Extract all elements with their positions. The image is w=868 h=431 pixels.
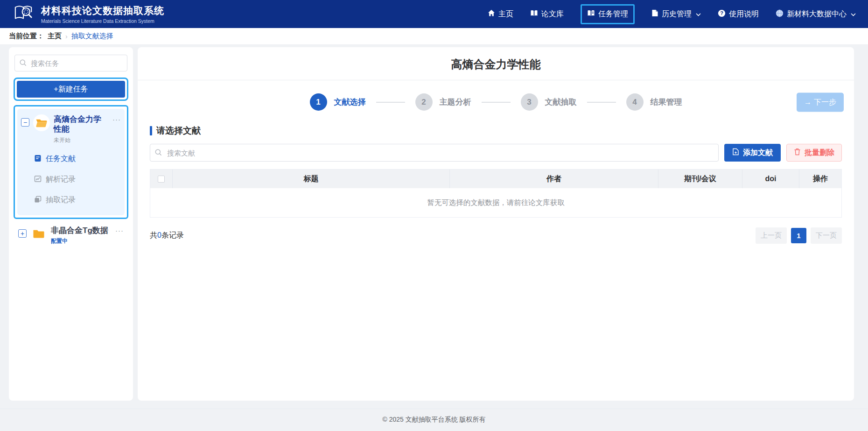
column-header-doi: doi	[742, 170, 799, 188]
main-nav: 主页 论文库 任务管理 历史管理 ? 使用说明 新材料大数据中心	[488, 4, 856, 24]
copyright-text: © 2025 文献抽取平台系统 版权所有	[382, 416, 485, 424]
task-status-badge: 配置中	[51, 237, 112, 245]
breadcrumb-separator: ›	[65, 33, 68, 40]
sidebar-item-parse-records[interactable]: 解析记录	[34, 170, 121, 190]
sidebar-item-extract-records[interactable]: 抽取记录	[34, 190, 121, 211]
column-header-actions: 操作	[799, 170, 841, 188]
nav-item-user-guide[interactable]: ? 使用说明	[718, 9, 759, 19]
chevron-down-icon	[851, 10, 856, 18]
column-header-journal: 期刊/会议	[658, 170, 742, 188]
list-footer: 共0条记录 上一页 1 下一页	[150, 227, 842, 244]
section-title: 请选择文献	[150, 125, 842, 137]
column-header-title: 标题	[173, 170, 450, 188]
page-title: 高熵合金力学性能	[138, 47, 854, 80]
content-area: +新建任务 − 高熵合金力学性能 未开始 ···	[0, 45, 868, 401]
highlight-box-new-task: +新建任务	[14, 78, 128, 101]
folder-open-icon	[33, 114, 50, 131]
trash-icon	[794, 148, 801, 157]
add-document-button[interactable]: 添加文献	[724, 144, 781, 162]
step-result-management: 4 结果管理	[626, 93, 682, 111]
chevron-down-icon	[696, 10, 701, 18]
help-question-icon: ?	[718, 9, 726, 19]
step-indicator: 1 文献选择 2 主题分析 3 文献抽取 4 结果管理 → 下一步	[138, 80, 854, 124]
task-name[interactable]: 高熵合金力学性能	[54, 114, 109, 134]
next-step-button[interactable]: → 下一步	[797, 92, 844, 112]
batch-delete-button[interactable]: 批量删除	[786, 144, 842, 162]
table-header-checkbox-cell	[150, 170, 173, 188]
main-panel: 高熵合金力学性能 1 文献选择 2 主题分析 3 文献抽取 4 结果管理 →	[138, 47, 854, 401]
task-item-expanded: − 高熵合金力学性能 未开始 ··· 任务文献	[17, 109, 125, 215]
sidebar-item-task-documents[interactable]: 任务文献	[34, 149, 121, 170]
nav-item-new-materials-data-center[interactable]: 新材料大数据中心	[776, 9, 856, 19]
records-count: 共0条记录	[150, 231, 184, 240]
layers-copy-icon	[34, 196, 42, 205]
nav-item-home[interactable]: 主页	[488, 9, 513, 19]
search-icon	[20, 59, 27, 68]
task-sub-menu: 任务文献 解析记录 抽取记录	[34, 149, 121, 211]
nav-item-history-management[interactable]: 历史管理	[651, 9, 701, 19]
documents-table: 标题 作者 期刊/会议 doi 操作 暂无可选择的文献数据，请前往论文库获取	[150, 169, 842, 218]
step-connector	[482, 102, 511, 103]
task-name[interactable]: 非晶合金Tg数据	[51, 226, 112, 235]
document-plus-icon	[732, 148, 739, 157]
library-book-icon	[530, 9, 538, 19]
pagination: 上一页 1 下一页	[756, 227, 842, 244]
expand-plus-icon[interactable]: +	[18, 229, 27, 238]
select-all-checkbox[interactable]	[158, 176, 165, 183]
step-literature-extraction: 3 文献抽取	[521, 93, 577, 111]
collapse-minus-icon[interactable]: −	[21, 118, 29, 127]
arrow-right-icon: →	[804, 98, 812, 106]
task-status-badge: 未开始	[54, 136, 109, 144]
history-file-icon	[651, 9, 658, 19]
chart-record-icon	[34, 175, 42, 184]
search-icon	[155, 149, 162, 158]
breadcrumb-home-link[interactable]: 主页	[48, 32, 62, 41]
globe-icon	[776, 9, 784, 19]
app-title: 材料科技论文数据抽取系统	[41, 4, 164, 17]
table-empty-state: 暂无可选择的文献数据，请前往论文库获取	[150, 188, 841, 217]
step-connector	[376, 102, 405, 103]
section-title-bar	[150, 126, 152, 135]
prev-page-button[interactable]: 上一页	[756, 227, 787, 244]
task-search-input[interactable]	[14, 55, 127, 71]
document-toolbar: 添加文献 批量删除	[150, 144, 842, 162]
task-sidebar: +新建任务 − 高熵合金力学性能 未开始 ···	[9, 47, 133, 401]
step-connector	[587, 102, 616, 103]
home-icon	[488, 9, 495, 19]
breadcrumb: 当前位置： 主页 › 抽取文献选择	[0, 28, 868, 45]
step-topic-analysis: 2 主题分析	[415, 93, 471, 111]
document-search	[150, 144, 719, 162]
step-literature-selection: 1 文献选择	[310, 93, 366, 111]
nav-item-paper-library[interactable]: 论文库	[530, 9, 564, 19]
document-icon	[34, 155, 42, 164]
book-magnifier-logo-icon	[12, 3, 35, 25]
more-options-icon[interactable]: ···	[112, 115, 121, 123]
more-options-icon[interactable]: ···	[115, 226, 124, 234]
column-header-author: 作者	[450, 170, 658, 188]
current-page-button[interactable]: 1	[791, 228, 806, 243]
page-footer: © 2025 文献抽取平台系统 版权所有	[0, 401, 868, 431]
task-item-collapsed: + 非晶合金Tg数据 配置中 ···	[14, 219, 128, 252]
new-task-button[interactable]: +新建任务	[17, 81, 125, 98]
svg-text:?: ?	[720, 10, 723, 16]
table-header-row: 标题 作者 期刊/会议 doi 操作	[150, 170, 841, 188]
highlight-box-task-group: − 高熵合金力学性能 未开始 ··· 任务文献	[14, 105, 128, 219]
task-book-icon	[587, 9, 595, 19]
app-subtitle: Materials Science Literature Data Extrac…	[41, 18, 164, 24]
app-logo: 材料科技论文数据抽取系统 Materials Science Literatur…	[12, 3, 164, 25]
task-search	[14, 55, 127, 71]
folder-closed-icon	[30, 226, 47, 242]
breadcrumb-label: 当前位置：	[9, 32, 44, 41]
nav-item-task-management[interactable]: 任务管理	[581, 4, 635, 24]
breadcrumb-current: 抽取文献选择	[71, 32, 113, 41]
top-navbar: 材料科技论文数据抽取系统 Materials Science Literatur…	[0, 0, 868, 28]
next-page-button[interactable]: 下一页	[811, 227, 842, 244]
document-search-input[interactable]	[150, 144, 719, 162]
